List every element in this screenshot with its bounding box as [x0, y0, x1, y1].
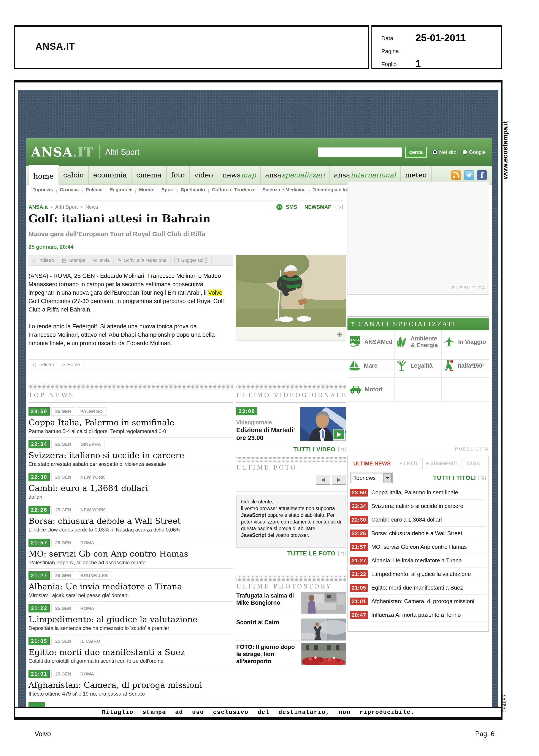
photostory-thumbnail-cairo[interactable]: [301, 618, 346, 641]
channel-legalita[interactable]: Legalità: [395, 354, 442, 378]
top-news-item[interactable]: 21:05 25 GEN IL CAIRO Egitto: morti due …: [29, 635, 233, 667]
back-button[interactable]: Indietro: [29, 361, 58, 368]
news-title[interactable]: Borsa: chiusura debole a Wall Street: [29, 516, 233, 526]
video-title-line1[interactable]: Edizione di Martedi': [236, 427, 295, 434]
search-button[interactable]: cerca: [405, 147, 427, 158]
nav-tab[interactable]: home: [29, 165, 59, 187]
news-title[interactable]: Egitto: morti due manifestanti a Suez: [371, 584, 463, 591]
subnav-item[interactable]: Topnews: [29, 187, 56, 192]
news-title[interactable]: L.impedimento: al giudice la valutazione: [371, 571, 471, 578]
nav-tab[interactable]: cinema: [132, 166, 167, 184]
all-photos-link[interactable]: TUTTE LE FOTO: [287, 550, 336, 557]
nav-tab[interactable]: meteo: [401, 166, 432, 184]
videogiornale-item[interactable]: 23:00 Videogiornale Edizione di Martedi'…: [236, 407, 346, 442]
breadcrumb-section[interactable]: Altri Sport: [55, 204, 78, 210]
news-title[interactable]: L.impedimento: al giudice la valutazione: [29, 615, 233, 624]
widget-tab[interactable]: + SUGGERITI: [423, 458, 461, 469]
ultime-news-row[interactable]: 22:30 Cambi: euro a 1,3684 dollari: [350, 513, 486, 527]
back-button[interactable]: Indietro: [29, 257, 58, 264]
all-videos-link[interactable]: TUTTI I VIDEO: [293, 446, 336, 453]
subnav-item[interactable]: Politica: [83, 187, 106, 192]
widget-tab[interactable]: TAGS: [463, 458, 483, 469]
news-title[interactable]: Coppa Italia, Palermo in semifinale: [29, 418, 233, 427]
photostory-item[interactable]: Trafugata la salma di Mike Bongiorno: [236, 591, 346, 615]
subnav-item[interactable]: Mondo: [136, 187, 158, 192]
news-title[interactable]: Svizzera: italiano si uccide in carcere: [29, 450, 233, 460]
radio-google[interactable]: [462, 150, 467, 155]
news-title[interactable]: Influenza A: morta paziente a Torino: [371, 612, 461, 618]
top-news-item[interactable]: 21:22 25 GEN ROMA L.impedimento: al giud…: [29, 602, 233, 635]
nav-tab[interactable]: ansainternational: [330, 166, 401, 184]
news-title[interactable]: Cambi: euro a 1,3684 dollari: [29, 483, 233, 493]
ultime-news-row[interactable]: 21:22 L.impedimento: al giudice la valut…: [350, 568, 486, 581]
top-news-item[interactable]: 21:01 25 GEN ROMA Afghanistan: Camera, d…: [29, 667, 233, 700]
news-title[interactable]: Coppa Italia, Palermo in semifinale: [371, 489, 458, 496]
facebook-icon[interactable]: f: [477, 170, 487, 180]
ultime-news-row[interactable]: 20:47 Influenza A: morta paziente a Tori…: [350, 608, 486, 622]
photostory-thumbnail-aeroporto[interactable]: [301, 643, 346, 665]
next-photo-button[interactable]: [332, 475, 346, 485]
nav-tab[interactable]: ansaspecializzati: [261, 166, 330, 184]
subnav-item[interactable]: Spettacolo: [178, 187, 209, 192]
topnews-dropdown[interactable]: Topnews: [350, 473, 393, 483]
all-titles-link[interactable]: TUTTI I TITOLI: [433, 475, 476, 481]
nav-tab[interactable]: calcio: [59, 166, 89, 184]
write-to-editors-button[interactable]: Scrivi alla redazione: [114, 257, 171, 264]
nav-tab[interactable]: foto: [167, 166, 190, 184]
send-button[interactable]: Invia: [89, 257, 114, 264]
video-thumbnail[interactable]: [300, 407, 346, 441]
news-title[interactable]: Afghanistan: Camera, dl proroga missioni: [29, 680, 233, 690]
prev-photo-button[interactable]: [316, 475, 330, 485]
channel-in-viaggio[interactable]: In Viaggio: [442, 330, 489, 354]
widget-tab[interactable]: ULTIME NEWS: [349, 458, 394, 469]
widget-tab[interactable]: + LETTI: [396, 458, 421, 469]
channel-mare[interactable]: Mare: [347, 354, 395, 378]
photostory-item[interactable]: FOTO: Il giorno dopo la strage, fiori al…: [236, 643, 346, 667]
photostory-title[interactable]: FOTO: Il giorno dopo la strage, fiori al…: [236, 644, 298, 665]
news-title[interactable]: Borsa: chiusura debole a Wall Street: [371, 530, 462, 537]
ultime-news-row[interactable]: 22:26 Borsa: chiusura debole a Wall Stre…: [350, 527, 486, 540]
news-title[interactable]: Egitto: morti due manifestanti a Suez: [29, 648, 233, 657]
subnav-item[interactable]: Scienza e Medicina: [259, 187, 309, 192]
subnav-item[interactable]: Cronaca: [56, 187, 83, 192]
news-title[interactable]: MO: servizi Gb con Anp contro Hamas: [371, 544, 467, 550]
news-title[interactable]: Albania: Ue invia mediatore a Tirana: [29, 582, 233, 591]
ultime-news-row[interactable]: 21:01 Afghanistan: Camera, dl proroga mi…: [350, 595, 486, 608]
news-title[interactable]: Cambi: euro a 1,3684 dollari: [371, 516, 442, 523]
ultime-news-row[interactable]: 21:05 Egitto: morti due manifestanti a S…: [350, 581, 486, 595]
top-news-item[interactable]: 22:26 25 GEN NEW YORK Borsa: chiusura de…: [29, 503, 233, 536]
subnav-item[interactable]: Sport: [158, 187, 178, 192]
photostory-title[interactable]: Scontri al Cairo: [236, 619, 298, 626]
rss-icon[interactable]: [451, 170, 461, 180]
ansa-logo[interactable]: ANSA.IT: [31, 145, 94, 160]
video-title-line2[interactable]: ore 23.00: [236, 434, 264, 442]
channel-motori[interactable]: Motori: [347, 378, 395, 401]
news-title[interactable]: Albania: Ue invia mediatore a Tirana: [371, 557, 462, 564]
subnav-item[interactable]: Cultura e Tendenze: [209, 187, 259, 192]
subnav-item[interactable]: Regioni: [106, 187, 136, 192]
top-news-item[interactable]: 22:34 25 GEN GINEVRA Svizzera: italiano …: [29, 438, 233, 470]
nav-tab[interactable]: video: [190, 166, 218, 184]
top-news-item[interactable]: 21:27 25 GEN BRUXELLES Albania: Ue invia…: [29, 569, 233, 602]
nav-tab[interactable]: economia: [89, 166, 132, 184]
channel-ambiente-energia[interactable]: Ambiente & Energia: [395, 330, 442, 354]
article-photo[interactable]: [236, 255, 346, 341]
ultime-news-row[interactable]: 22:34 Svizzera: italiano si uccide in ca…: [350, 500, 486, 513]
top-news-item[interactable]: 23:50 25 GEN PALERMO Coppa Italia, Paler…: [29, 405, 233, 438]
channel-ansamed[interactable]: ANSA ANSAMed: [347, 330, 395, 354]
top-news-item[interactable]: 22:30 25 GEN NEW YORK Cambi: euro a 1,36…: [29, 470, 233, 503]
ultime-news-row[interactable]: 21:27 Albania: Ue invia mediatore a Tira…: [350, 554, 486, 568]
home-button[interactable]: Home: [58, 361, 84, 368]
channel-italia-150[interactable]: Italia 150: [442, 354, 489, 378]
nav-tab[interactable]: newsmap: [218, 166, 261, 184]
breadcrumb-home[interactable]: ANSA.it: [29, 204, 48, 210]
search-input[interactable]: [318, 147, 402, 157]
twitter-icon[interactable]: [464, 170, 474, 180]
news-title[interactable]: Svizzera: italiano si uccide in carcere: [371, 503, 463, 510]
radio-nel-sito[interactable]: [432, 150, 437, 155]
top-news-item[interactable]: 21:57 25 GEN ROMA MO: servizi Gb con Anp…: [29, 536, 233, 569]
zoom-icon[interactable]: [337, 330, 342, 338]
news-title[interactable]: MO: servizi Gb con Anp contro Hamas: [29, 549, 233, 559]
photostory-item[interactable]: Scontri al Cairo: [236, 618, 346, 642]
photostory-title[interactable]: Trafugata la salma di Mike Bongiorno: [236, 592, 298, 606]
